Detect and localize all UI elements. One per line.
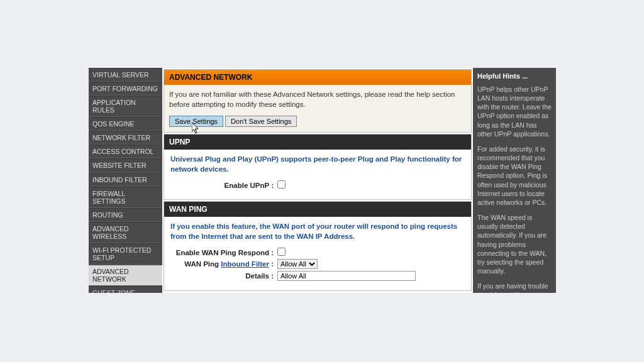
wan-ping-filter-label: WAN Ping Inbound Filter : (170, 260, 277, 268)
wan-ping-details-input[interactable] (277, 271, 416, 281)
sidebar-item-advanced-network[interactable]: ADVANCED NETWORK (89, 265, 162, 286)
advanced-network-body: If you are not familiar with these Advan… (164, 85, 471, 132)
wan-ping-filter-select[interactable]: Allow All (277, 259, 318, 269)
sidebar-item-port-forwarding[interactable]: PORT FORWARDING (89, 82, 162, 96)
sidebar-item-application-rules[interactable]: APPLICATION RULES (89, 96, 162, 117)
sidebar-item-inbound-filter[interactable]: INBOUND FILTER (89, 173, 162, 187)
hint-wan-ping: For added security, it is recommended th… (477, 145, 552, 207)
sidebar-item-firewall-settings[interactable]: FIREWALL SETTINGS (89, 187, 162, 208)
helpful-hints-panel: Helpful Hints ... UPnP helps other UPnP … (473, 68, 556, 293)
sidebar-item-website-filter[interactable]: WEBSITE FILTER (89, 158, 162, 172)
upnp-panel: UPNP Universal Plug and Play (UPnP) supp… (164, 134, 472, 200)
advanced-network-header: ADVANCED NETWORK (164, 70, 471, 85)
sidebar-item-network-filter[interactable]: NETWORK FILTER (89, 131, 162, 145)
upnp-body: Universal Plug and Play (UPnP) supports … (164, 150, 471, 199)
enable-upnp-label: Enable UPnP : (170, 182, 277, 189)
sidebar-item-access-control[interactable]: ACCESS CONTROL (89, 145, 162, 158)
advanced-network-intro: If you are not familiar with these Advan… (169, 90, 466, 109)
enable-wan-ping-label: Enable WAN Ping Respond : (170, 249, 277, 256)
sidebar-item-advanced-wireless[interactable]: ADVANCED WIRELESS (89, 222, 162, 243)
sidebar-item-virtual-server[interactable]: VIRTUAL SERVER (89, 68, 162, 82)
inbound-filter-link[interactable]: Inbound Filter (221, 260, 269, 268)
wan-ping-filter-label-post: : (269, 260, 274, 268)
upnp-header: UPNP (164, 134, 471, 150)
hint-multicast: If you are having trouble receiving mult… (477, 282, 552, 293)
sidebar-item-guest-zone[interactable]: GUEST ZONE (89, 286, 162, 293)
router-admin-frame: VIRTUAL SERVER PORT FORWARDING APPLICATI… (89, 68, 556, 293)
wan-ping-panel: WAN PING If you enable this feature, the… (164, 201, 472, 291)
sidebar-item-routing[interactable]: ROUTING (89, 208, 162, 222)
enable-wan-ping-checkbox[interactable] (277, 248, 286, 256)
wan-ping-body: If you enable this feature, the WAN port… (164, 217, 471, 290)
wan-ping-description: If you enable this feature, the WAN port… (170, 222, 465, 241)
save-settings-button[interactable]: Save Settings (169, 116, 223, 127)
wan-ping-details-label: Details : (170, 272, 277, 280)
sidebar-item-qos-engine[interactable]: QOS ENGINE (89, 117, 162, 131)
hint-upnp: UPnP helps other UPnP LAN hosts interope… (477, 85, 552, 138)
wan-ping-filter-label-pre: WAN Ping (184, 260, 221, 268)
hint-wan-speed: The WAN speed is usually detected automa… (477, 213, 552, 275)
dont-save-settings-button[interactable]: Don't Save Settings (225, 116, 297, 127)
upnp-description: Universal Plug and Play (UPnP) supports … (170, 155, 465, 174)
main-content: ADVANCED NETWORK If you are not familiar… (162, 68, 473, 293)
helpful-hints-title: Helpful Hints ... (477, 72, 552, 81)
sidebar: VIRTUAL SERVER PORT FORWARDING APPLICATI… (89, 68, 162, 293)
advanced-network-panel: ADVANCED NETWORK If you are not familiar… (164, 69, 472, 133)
sidebar-item-wifi-protected-setup[interactable]: WI-FI PROTECTED SETUP (89, 243, 162, 265)
wan-ping-header: WAN PING (164, 202, 471, 217)
enable-upnp-checkbox[interactable] (277, 180, 286, 189)
